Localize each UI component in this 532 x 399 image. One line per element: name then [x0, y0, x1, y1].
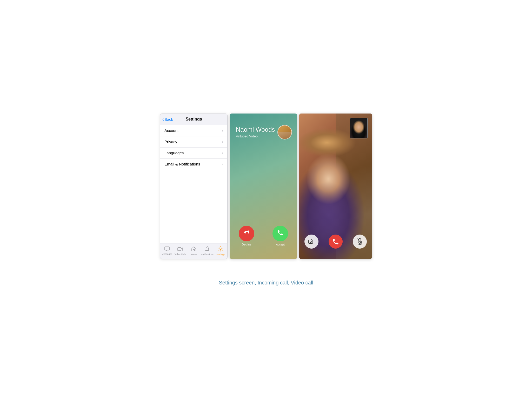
- accept-button-wrap: Accept: [272, 226, 288, 246]
- decline-button-wrap: Decline: [239, 226, 254, 246]
- decline-icon: [243, 230, 250, 237]
- self-view-person: [350, 118, 367, 138]
- microphone-icon: [357, 238, 362, 245]
- chevron-left-icon: ‹: [162, 117, 164, 122]
- settings-item-label: Account: [164, 128, 178, 133]
- end-call-button[interactable]: [329, 235, 343, 249]
- page-caption: Settings screen, Incoming call, Video ca…: [219, 280, 313, 286]
- settings-item-languages[interactable]: Languages ›: [160, 148, 227, 159]
- accept-icon: [277, 229, 284, 238]
- video-calls-icon: [177, 247, 183, 252]
- tab-messages-label: Messages: [162, 253, 172, 255]
- chevron-right-icon: ›: [222, 128, 223, 133]
- settings-title: Settings: [185, 117, 202, 122]
- messages-icon: [164, 247, 170, 252]
- tab-notifications-label: Notifications: [201, 253, 214, 256]
- incoming-call-screen: Naomi Woods Virtuoso Video... Decline: [230, 114, 297, 259]
- settings-item-email-notifications[interactable]: Email & Notifications ›: [160, 159, 227, 170]
- call-status: Virtuoso Video...: [236, 134, 261, 138]
- decline-call-button[interactable]: [239, 226, 254, 241]
- chevron-right-icon: ›: [222, 151, 223, 155]
- end-call-icon: [332, 238, 339, 245]
- back-button[interactable]: ‹ Back: [162, 117, 173, 122]
- accept-label: Accept: [276, 243, 285, 246]
- tab-settings[interactable]: Settings: [214, 246, 227, 256]
- tab-video-calls-label: Video Calls: [175, 253, 186, 256]
- tab-settings-label: Settings: [216, 253, 225, 256]
- notifications-icon: [205, 246, 210, 253]
- chevron-right-icon: ›: [222, 162, 223, 167]
- chevron-right-icon: ›: [222, 139, 223, 144]
- svg-rect-1: [178, 248, 181, 251]
- decline-label: Decline: [242, 243, 251, 246]
- svg-rect-0: [165, 247, 169, 250]
- settings-screen: ‹ Back Settings Account › Privacy › Lang…: [160, 114, 228, 259]
- settings-item-label: Languages: [164, 151, 184, 155]
- accept-call-button[interactable]: [272, 226, 288, 241]
- video-controls: [299, 235, 372, 249]
- settings-header: ‹ Back Settings: [160, 114, 227, 125]
- svg-point-2: [220, 248, 221, 250]
- home-icon: [191, 246, 196, 253]
- settings-item-account[interactable]: Account ›: [160, 125, 227, 136]
- tab-bar: Messages Video Calls Home: [160, 243, 227, 259]
- camera-icon: [308, 239, 315, 244]
- tab-home[interactable]: Home: [187, 246, 201, 256]
- settings-list: Account › Privacy › Languages › Email & …: [160, 125, 227, 243]
- settings-item-privacy[interactable]: Privacy ›: [160, 136, 227, 148]
- tab-messages[interactable]: Messages: [160, 247, 174, 255]
- settings-item-label: Privacy: [164, 139, 177, 144]
- back-label: Back: [164, 117, 173, 122]
- settings-item-label: Email & Notifications: [164, 162, 200, 166]
- svg-rect-5: [311, 239, 312, 240]
- self-view-thumbnail: [350, 118, 368, 138]
- mute-button[interactable]: [353, 235, 367, 249]
- video-call-screen: [299, 114, 372, 259]
- settings-icon: [218, 246, 223, 253]
- svg-rect-3: [309, 240, 313, 243]
- tab-video-calls[interactable]: Video Calls: [174, 247, 187, 256]
- call-action-buttons: Decline Accept: [230, 226, 297, 246]
- tab-home-label: Home: [191, 253, 197, 256]
- caller-name: Naomi Woods: [236, 126, 275, 133]
- camera-button[interactable]: [304, 235, 318, 249]
- svg-point-4: [310, 241, 311, 242]
- tab-notifications[interactable]: Notifications: [201, 246, 214, 256]
